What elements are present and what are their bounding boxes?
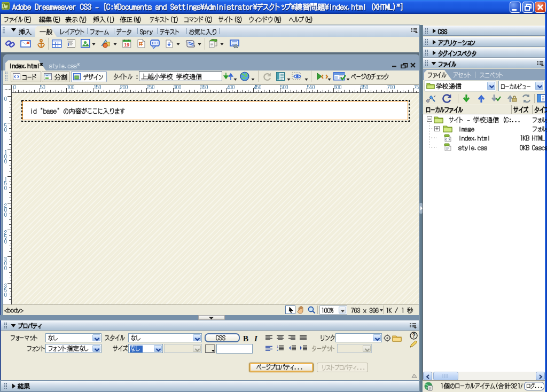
svg-text:2: 2 [277, 348, 278, 351]
svg-text:?: ? [412, 333, 415, 339]
svg-text:19: 19 [124, 42, 129, 48]
